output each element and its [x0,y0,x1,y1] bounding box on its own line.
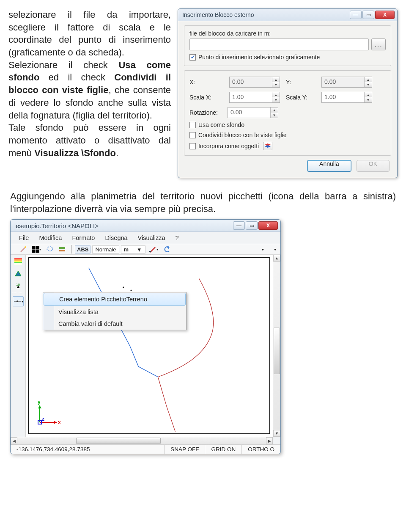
status-bar: -136.1476,734.4609,28.7385 SNAP OFF GRID… [11,444,280,454]
close-button[interactable]: X [375,11,395,19]
wand-icon[interactable] [18,245,28,254]
crosshair-icon[interactable]: ▾ [30,245,43,254]
close-button[interactable]: X [258,221,278,230]
mode-select[interactable]: Normale [92,245,119,254]
dialog-titlebar[interactable]: Inserimento Blocco esterno — ▭ X [178,9,397,21]
menu-visualizza[interactable]: Visualizza [134,234,170,242]
para-1b3: ed il check [39,72,114,83]
input-rotazione[interactable]: 0.00▲▼ [228,107,278,118]
status-ortho[interactable]: ORTHO O [242,445,280,454]
checkbox-condividi-label: Condividi blocco con le viste figlie [198,132,287,138]
input-x[interactable]: 0.00▲▼ [229,77,280,88]
svg-text:x: x [58,419,61,425]
file-label: file del blocco da caricare in m: [189,30,386,37]
label-x: X: [189,79,223,85]
status-snap[interactable]: SNAP OFF [165,445,205,454]
abs-toggle[interactable]: ABS [75,245,91,254]
checkbox-grafico[interactable]: ✔ [189,54,196,61]
checkbox-incorpora-label: Incorpora come oggetti [198,143,259,149]
minimize-button[interactable]: — [233,221,245,230]
horizontal-scrollbar[interactable]: ◀▶ [11,437,273,444]
svg-rect-16 [14,261,22,262]
menu-crea-picchetto[interactable]: Crea elemento PicchettoTerreno [44,293,186,306]
svg-line-2 [21,248,25,252]
overflow-icon[interactable]: ▾ [260,246,266,253]
menu-visualizza-lista[interactable]: Visualizza lista [43,306,186,318]
para-1b1: Selezionare il check [8,60,118,70]
svg-marker-27 [54,421,57,424]
svg-text:z: z [42,416,44,422]
svg-point-3 [25,246,26,248]
checkbox-usa-sfondo-label: Usa come sfondo [198,121,244,128]
context-menu: Crea elemento PicchettoTerreno Visualizz… [43,292,187,330]
input-scala-x[interactable]: 1.00▲▼ [229,92,280,103]
checkbox-incorpora[interactable] [189,143,196,149]
triangle-icon[interactable] [13,268,24,278]
layers-icon[interactable] [263,142,272,150]
paragraph-picchetti: Aggiungendo alla planimetria del territo… [10,190,396,215]
checkbox-grafico-label: Punto di inserimento selezionato grafica… [198,54,320,61]
status-grid[interactable]: GRID ON [205,445,242,454]
svg-point-7 [47,247,53,251]
label-scala-x: Scala X: [189,94,223,101]
window-territorio: esempio.Territorio <NAPOLI> — ▭ X File M… [10,219,281,454]
dialog-inserimento-blocco: Inserimento Blocco esterno — ▭ X file de… [178,8,398,178]
picchetto-button[interactable]: ▾ [13,296,24,306]
menu-help[interactable]: ? [171,234,183,242]
svg-marker-18 [15,271,21,276]
lasso-icon[interactable] [44,245,55,254]
cancel-button[interactable]: Annulla [307,160,351,172]
label-rotazione: Rotazione: [189,109,223,116]
svg-rect-11 [149,251,151,252]
dialog-title: Inserimento Blocco esterno [182,11,350,18]
window-title: esempio.Territorio <NAPOLI> [16,222,233,229]
menu-file[interactable]: File [15,234,33,242]
vertical-scrollbar[interactable]: ▲▼ [273,255,280,437]
para-1c3: . [116,148,118,158]
bold-visualizza-sfondo: Visualizza \Sfondo [34,148,116,158]
checkbox-usa-sfondo[interactable] [189,122,196,128]
svg-rect-8 [59,247,65,249]
menu-cambia-default[interactable]: Cambia valori di default [43,318,186,330]
file-path-input[interactable] [189,39,369,50]
instruction-text: selezionare il file da importare, scegli… [8,8,171,178]
undo-icon[interactable] [162,245,173,254]
ok-button[interactable]: OK [357,160,390,172]
browse-button[interactable]: ... [371,39,386,50]
svg-rect-9 [59,250,65,251]
svg-rect-14 [14,258,22,259]
checkbox-condividi[interactable] [189,132,196,138]
para-1a: selezionare il file da importare, scegli… [8,9,171,58]
maximize-button[interactable]: ▭ [362,11,374,19]
menu-formato[interactable]: Formato [68,234,99,242]
left-toolbar: 10 ▾ [11,255,26,437]
window-titlebar[interactable]: esempio.Territorio <NAPOLI> — ▭ X [11,220,280,232]
svg-marker-30 [38,405,41,408]
gradient-icon[interactable] [13,256,24,267]
svg-marker-1 [265,145,271,148]
drawing-canvas[interactable]: x y z Crea elemento PicchettoTerreno Vis… [26,255,273,437]
measure-icon[interactable]: ▾ [147,245,160,254]
menu-disegna[interactable]: Disegna [101,234,132,242]
maximize-button[interactable]: ▭ [246,221,258,230]
svg-rect-17 [14,262,22,263]
input-scala-y[interactable]: 1.00▲▼ [321,92,372,103]
layer-icon[interactable] [57,245,68,253]
unit-select[interactable]: m ▾ [121,245,145,254]
input-y[interactable]: 0.00▲▼ [321,77,372,88]
svg-rect-15 [14,259,22,261]
label-y: Y: [286,79,315,85]
toolbar: ▾ ABS Normale m ▾ ▾ ▾ ▾ [11,244,280,255]
menu-modifica[interactable]: Modifica [35,234,66,242]
svg-text:y: y [38,399,41,405]
level-icon[interactable]: 10 [13,280,24,290]
axis-indicator: x y z [33,401,63,431]
minimize-button[interactable]: — [350,11,362,19]
svg-point-24 [123,287,124,288]
label-scala-y: Scala Y: [286,94,315,101]
svg-point-25 [130,290,132,291]
status-coords: -136.1476,734.4609,28.7385 [11,445,165,454]
svg-point-23 [16,300,18,302]
menubar: File Modifica Formato Disegna Visualizza… [11,232,280,244]
overflow-icon-2[interactable]: ▾ [272,246,278,253]
